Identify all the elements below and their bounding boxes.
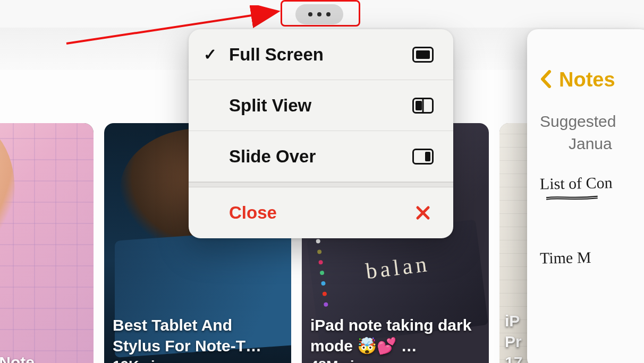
video-title: iPad note taking dark mode 🤯💕 … (310, 315, 480, 356)
notes-title-label: Notes (559, 68, 615, 91)
handwritten-text: List of Con (540, 174, 613, 192)
underline-icon (540, 194, 604, 201)
menu-item-label: Full Screen (229, 45, 412, 65)
menu-item-slide-over[interactable]: Slide Over (189, 131, 453, 182)
notes-back-button[interactable]: Notes (540, 68, 638, 91)
chevron-left-icon (540, 70, 552, 90)
svg-rect-7 (425, 152, 430, 161)
splitview-icon (412, 97, 434, 114)
handwritten-line: List of Con (540, 171, 638, 200)
menu-item-split-view[interactable]: Split View (189, 80, 453, 131)
notes-suggested-label: Suggested (540, 113, 638, 131)
video-title: nally do odNote… (0, 352, 85, 363)
svg-rect-2 (416, 50, 430, 59)
video-thumbnail: es during Heart (0, 123, 94, 363)
video-views: 19K views (113, 358, 283, 363)
handwritten-line: Time M (540, 245, 638, 269)
menu-item-label: Slide Over (229, 146, 412, 167)
close-icon (412, 204, 434, 221)
notes-slideover-panel[interactable]: Notes Suggested Janua List of Con Time M (527, 29, 644, 363)
notes-date-label: Janua (569, 135, 638, 153)
multitasking-popover: ✓ Full Screen Split View Slide Over Clos… (189, 29, 453, 238)
video-card[interactable]: es during Heart nally do odNote… (0, 123, 94, 363)
dot-icon (308, 12, 312, 16)
slideover-icon (412, 148, 434, 165)
menu-separator (189, 182, 453, 187)
menu-item-label: Split View (229, 96, 412, 116)
menu-item-full-screen[interactable]: ✓ Full Screen (189, 29, 453, 80)
dot-icon (317, 12, 321, 16)
fullscreen-icon (412, 46, 434, 63)
video-views: 48M views (310, 358, 480, 363)
menu-item-label: Close (229, 203, 412, 223)
menu-item-close[interactable]: Close (189, 187, 453, 238)
multitasking-ellipsis-button[interactable] (295, 4, 343, 24)
dot-icon (326, 12, 331, 16)
video-title: Best Tablet And Stylus For Note-T… (113, 315, 283, 356)
handwritten-text: Time M (540, 248, 591, 267)
svg-rect-4 (416, 101, 422, 110)
video-meta: Best Tablet And Stylus For Note-T… 19K v… (113, 315, 283, 363)
video-meta: iPad note taking dark mode 🤯💕 … 48M view… (310, 315, 480, 363)
checkmark-icon: ✓ (204, 45, 229, 64)
video-meta: nally do odNote… (0, 352, 85, 363)
